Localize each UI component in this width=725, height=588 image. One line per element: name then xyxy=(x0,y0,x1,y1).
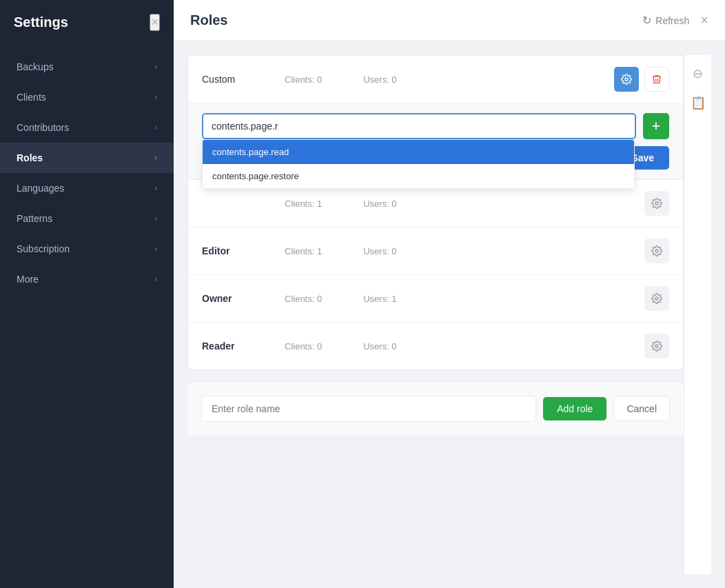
add-role-bar: Add role Cancel xyxy=(187,381,684,436)
refresh-label: Refresh xyxy=(655,15,689,26)
sidebar-item-roles[interactable]: Roles › xyxy=(0,143,174,173)
svg-point-1 xyxy=(655,202,658,205)
chevron-icon-roles: › xyxy=(154,153,157,163)
sidebar-item-label-subscription: Subscription xyxy=(17,243,70,254)
chevron-icon-languages: › xyxy=(154,183,157,193)
roles-container: Custom Clients: 0 Users: 0 xyxy=(187,55,684,370)
permission-input[interactable] xyxy=(202,113,636,139)
topbar-close-button[interactable]: × xyxy=(700,12,708,28)
sidebar-item-languages[interactable]: Languages › xyxy=(0,173,174,203)
sidebar-item-clients[interactable]: Clients › xyxy=(0,82,174,112)
autocomplete-item-read[interactable]: contents.page.read xyxy=(203,140,634,164)
role-actions-custom xyxy=(614,67,669,92)
refresh-button[interactable]: ↻ Refresh xyxy=(642,14,689,27)
chevron-icon-patterns: › xyxy=(154,214,157,223)
svg-point-4 xyxy=(655,345,658,347)
role-actions-developer xyxy=(644,191,669,216)
role-clients-editor: Clients: 1 xyxy=(285,246,322,256)
sidebar-item-label-clients: Clients xyxy=(17,92,46,103)
role-users-developer: Users: 0 xyxy=(363,199,396,209)
role-users-owner: Users: 1 xyxy=(363,294,396,304)
role-row-custom: Custom Clients: 0 Users: 0 xyxy=(188,56,683,103)
role-users-custom: Users: 0 xyxy=(363,74,396,85)
role-name-owner: Owner xyxy=(202,293,285,304)
sidebar-item-subscription[interactable]: Subscription › xyxy=(0,234,174,264)
sidebar-item-label-backups: Backups xyxy=(17,61,54,72)
sidebar-nav: Backups › Clients › Contributors › Roles… xyxy=(0,45,174,588)
chevron-icon-subscription: › xyxy=(154,244,157,254)
role-actions-editor xyxy=(644,239,669,263)
add-role-button[interactable]: Add role xyxy=(543,397,606,420)
clipboard-icon[interactable]: 📋 xyxy=(691,95,706,110)
chevron-icon-more: › xyxy=(154,274,157,284)
role-row-editor: Editor Clients: 1 Users: 0 xyxy=(188,227,683,275)
topbar: Roles ↻ Refresh × xyxy=(174,0,725,41)
role-name-reader: Reader xyxy=(202,341,285,352)
sidebar-item-label-contributors: Contributors xyxy=(17,122,69,133)
gear-button-owner[interactable] xyxy=(644,286,669,311)
sidebar-item-label-patterns: Patterns xyxy=(17,213,52,224)
gear-button-editor[interactable] xyxy=(644,239,669,263)
content-area: Custom Clients: 0 Users: 0 xyxy=(174,41,725,588)
role-actions-owner xyxy=(644,286,669,311)
sidebar-item-more[interactable]: More › xyxy=(0,264,174,294)
role-clients-custom: Clients: 0 xyxy=(285,74,322,85)
page-title: Roles xyxy=(190,12,227,28)
gear-icon-editor xyxy=(651,245,662,256)
trash-icon-custom xyxy=(651,74,662,85)
svg-point-0 xyxy=(625,78,628,81)
sidebar-item-label-languages: Languages xyxy=(17,183,64,194)
role-users-reader: Users: 0 xyxy=(363,341,396,352)
right-panel: ⊖ 📋 xyxy=(684,55,711,574)
sidebar-title: Settings xyxy=(14,14,68,30)
expanded-panel: + contents.page.read contents.page.resto… xyxy=(188,103,683,180)
role-clients-reader: Clients: 0 xyxy=(285,341,322,352)
role-row-reader: Reader Clients: 0 Users: 0 xyxy=(188,323,683,369)
sidebar: Settings × Backups › Clients › Contribut… xyxy=(0,0,174,588)
gear-button-developer[interactable] xyxy=(644,191,669,216)
gear-button-reader[interactable] xyxy=(644,334,669,358)
gear-icon-reader xyxy=(651,341,662,352)
role-name-input[interactable] xyxy=(201,396,536,422)
sidebar-item-label-roles: Roles xyxy=(17,152,43,163)
role-row-owner: Owner Clients: 0 Users: 1 xyxy=(188,275,683,323)
roles-content: Custom Clients: 0 Users: 0 xyxy=(187,55,684,574)
chevron-icon-clients: › xyxy=(154,92,157,102)
role-name-editor: Editor xyxy=(202,245,285,256)
autocomplete-item-restore[interactable]: contents.page.restore xyxy=(203,164,634,188)
topbar-actions: ↻ Refresh × xyxy=(642,12,708,28)
role-clients-owner: Clients: 0 xyxy=(285,294,322,304)
minus-circle-icon[interactable]: ⊖ xyxy=(693,66,703,81)
role-clients-developer: Clients: 1 xyxy=(285,199,322,209)
svg-point-3 xyxy=(655,297,658,300)
chevron-icon-backups: › xyxy=(154,62,157,72)
sidebar-close-button[interactable]: × xyxy=(150,14,160,31)
role-name-custom: Custom xyxy=(202,74,285,85)
role-users-editor: Users: 0 xyxy=(363,246,396,256)
gear-icon-custom xyxy=(621,74,632,85)
add-permission-button[interactable]: + xyxy=(643,113,669,139)
sidebar-item-contributors[interactable]: Contributors › xyxy=(0,112,174,143)
gear-button-custom[interactable] xyxy=(614,67,639,92)
svg-point-2 xyxy=(655,250,658,252)
role-actions-reader xyxy=(644,334,669,358)
sidebar-header: Settings × xyxy=(0,0,174,45)
autocomplete-dropdown: contents.page.read contents.page.restore xyxy=(202,139,635,189)
gear-icon-owner xyxy=(651,293,662,304)
trash-button-custom[interactable] xyxy=(644,67,669,92)
chevron-icon-contributors: › xyxy=(154,123,157,132)
sidebar-item-label-more: More xyxy=(17,274,39,285)
sidebar-item-backups[interactable]: Backups › xyxy=(0,52,174,82)
refresh-icon: ↻ xyxy=(642,14,651,27)
gear-icon-developer xyxy=(651,198,662,209)
cancel-add-role-button[interactable]: Cancel xyxy=(613,396,670,421)
permission-input-row: + contents.page.read contents.page.resto… xyxy=(202,113,669,139)
main-panel: Roles ↻ Refresh × Custom Clients: 0 User… xyxy=(174,0,725,588)
sidebar-item-patterns[interactable]: Patterns › xyxy=(0,203,174,234)
